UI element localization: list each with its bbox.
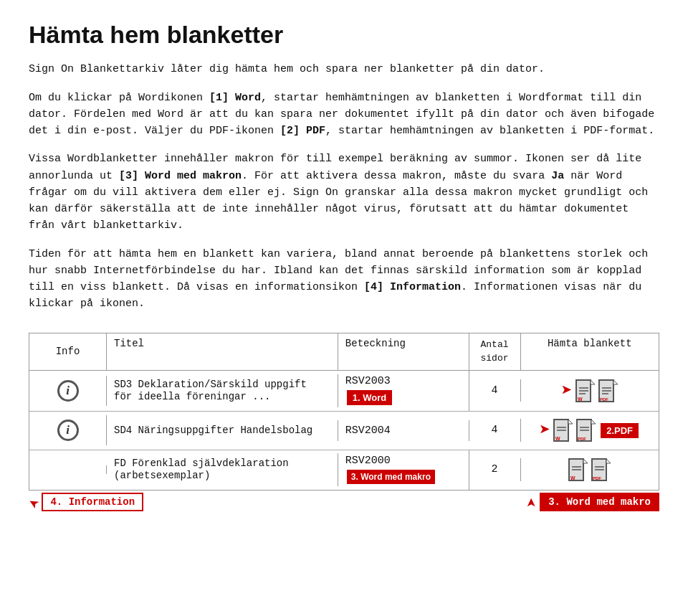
p2-pdf-ref: [2] PDF [280,125,325,137]
header-info-label: Info [56,346,80,357]
word-doc-icon-3[interactable]: W [568,458,588,481]
svg-marker-13 [568,420,573,424]
macro-annotation-label: 3. Word med makro [540,493,659,511]
pdf-badge-2[interactable]: 2.PDF [601,423,639,438]
row1-beteckning: RSV2003 1. Word [338,371,469,411]
svg-marker-7 [613,380,618,384]
row2-info: i [29,415,107,445]
row1-beteckning-text: RSV2003 [345,375,391,387]
svg-text:PDF: PDF [578,437,586,441]
table-row: FD Förenklad självdeklaration (arbetsexe… [29,450,659,490]
row2-download-icons: ➤ W PDF 2.PDF [528,419,651,442]
info-icon-2[interactable]: i [57,420,79,441]
svg-text:PDF: PDF [593,476,601,480]
row2-titel: SD4 Näringsuppgifter Handelsbolag [107,420,338,441]
paragraph-1: Sign On Blankettarkiv låter dig hämta he… [29,61,659,77]
row3-beteckning: RSV2000 3. Word med makro [338,450,469,490]
row1-antal-text: 4 [492,384,498,397]
header-titel-label: Titel [114,338,144,349]
svg-marker-28 [606,459,611,463]
table-row: i SD4 Näringsuppgifter Handelsbolag RSV2… [29,412,659,450]
arrow-info-icon: ➤ [24,491,44,513]
header-antal-label: Antalsidor [481,339,509,364]
info-annotation-label: 4. Information [42,493,143,511]
row3-info [29,465,107,474]
paragraph-2: Om du klickar på Wordikonen [1] Word, st… [29,90,659,140]
row3-antal: 2 [469,458,521,481]
header-titel: Titel [107,333,338,370]
p2-word-ref: [1] Word [209,92,261,104]
pdf-doc-icon-3[interactable]: PDF [591,458,611,481]
arrow-macro-icon: ➤ [521,497,542,507]
row2-hamta: ➤ W PDF 2.PDF [521,414,659,446]
arrow-icon-2: ➤ [540,419,551,442]
word-badge-1[interactable]: 1. Word [347,390,392,405]
row3-antal-text: 2 [492,463,498,475]
pdf-doc-icon-1[interactable]: PDF [598,379,618,402]
info-icon-1[interactable]: i [57,380,79,402]
blanketter-table: Info Titel Beteckning Antalsidor Hämta b… [29,333,659,513]
row2-titel-text: SD4 Näringsuppgifter Handelsbolag [114,425,312,436]
svg-marker-18 [591,420,596,424]
header-beteckning: Beteckning [338,333,469,370]
p3-macro-ref: [3] Word med makron [119,170,242,182]
row2-antal-text: 4 [492,424,498,436]
row3-titel-text: FD Förenklad självdeklaration (arbetsexe… [114,458,289,481]
header-antal: Antalsidor [469,333,521,370]
row3-download-icons: W PDF [528,458,651,481]
header-beteckning-label: Beteckning [345,338,406,349]
row3-beteckning-text: RSV2000 [345,455,391,467]
paragraph-4: Tiden för att hämta hem en blankett kan … [29,246,659,313]
table-header: Info Titel Beteckning Antalsidor Hämta b… [29,333,659,371]
word-doc-icon-2[interactable]: W [553,419,573,442]
row3-hamta: W PDF [521,454,659,485]
arrow-icon-1: ➤ [561,379,573,402]
row1-titel-text: SD3 Deklaration/Särskild uppgift för ide… [114,379,307,402]
header-hamta: Hämta blankett [521,333,659,370]
svg-text:W: W [570,475,575,480]
pdf-doc-icon-2[interactable]: PDF [576,419,596,442]
row1-titel: SD3 Deklaration/Särskild uppgift för ide… [107,374,338,407]
header-hamta-label: Hämta blankett [548,338,632,349]
svg-text:PDF: PDF [600,397,608,402]
page-title: Hämta hem blanketter [29,22,659,48]
macro-annotation: ➤ 3. Word med makro [527,492,659,513]
p3-ja-ref: Ja [551,170,564,182]
svg-marker-23 [583,459,588,463]
row2-beteckning: RSV2004 [338,420,469,441]
svg-text:W: W [578,397,583,402]
row2-beteckning-text: RSV2004 [345,425,391,437]
svg-marker-1 [591,380,595,384]
row1-info: i [29,376,107,406]
info-annotation: ➤ 4. Information [29,492,143,513]
paragraph-3: Vissa Wordblanketter innehåller makron f… [29,151,659,234]
row3-titel: FD Förenklad självdeklaration (arbetsexe… [107,453,338,486]
table-container: Info Titel Beteckning Antalsidor Hämta b… [29,333,659,491]
row1-hamta: ➤ W [521,375,659,407]
row1-download-icons: ➤ W [528,379,651,402]
word-doc-icon-1[interactable]: W [575,379,596,402]
word-macro-badge[interactable]: 3. Word med makro [347,470,435,484]
p4-info-ref: [4] Information [364,281,461,293]
table-row: i SD3 Deklaration/Särskild uppgift för i… [29,371,659,412]
row1-antal: 4 [469,379,521,402]
svg-text:W: W [555,436,560,441]
p1-text: Sign On Blankettarkiv låter dig hämta he… [29,63,545,75]
row2-antal: 4 [469,419,521,442]
header-info: Info [29,333,107,370]
